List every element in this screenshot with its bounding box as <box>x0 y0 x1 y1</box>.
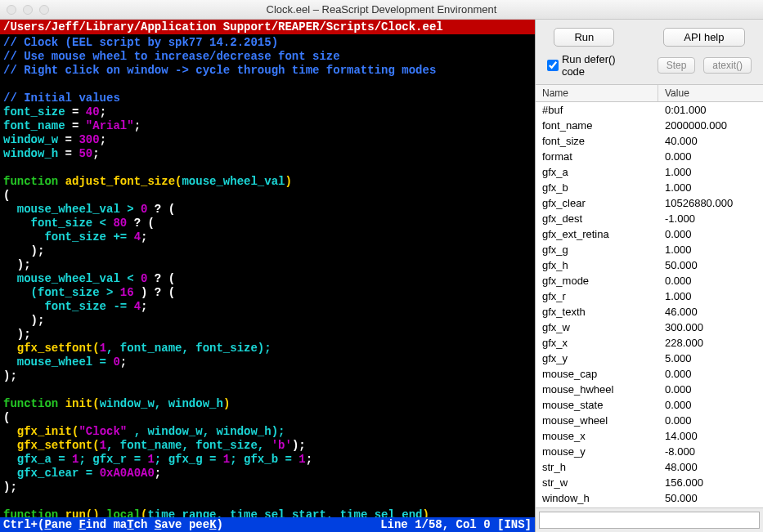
editor-pane: /Users/Jeff/Library/Application Support/… <box>0 20 535 532</box>
variable-name: mouse_hwheel <box>536 382 658 396</box>
variable-value: -8.000 <box>658 445 763 458</box>
variable-name: str_w <box>536 476 658 490</box>
variable-row[interactable]: gfx_g1.000 <box>536 242 763 257</box>
variable-row[interactable]: mouse_state0.000 <box>536 397 763 413</box>
variable-name: gfx_ext_retina <box>536 227 658 241</box>
variable-row[interactable]: gfx_r1.000 <box>536 288 763 304</box>
column-name-header[interactable]: Name <box>536 85 658 101</box>
variable-value: 1.000 <box>658 165 763 179</box>
variable-value: 5.000 <box>658 351 763 365</box>
watch-input[interactable] <box>539 512 760 529</box>
variable-value: 228.000 <box>658 336 763 350</box>
variable-name: mouse_cap <box>536 367 658 381</box>
variable-row[interactable]: gfx_h50.000 <box>536 257 763 273</box>
variable-value: 14.000 <box>658 429 763 443</box>
editor-status-bar: Ctrl+(Pane Find maTch Save peeK) Line 1/… <box>0 517 535 532</box>
atexit-button[interactable]: atexit() <box>703 57 752 74</box>
variable-name: #buf <box>536 103 658 117</box>
variable-row[interactable]: gfx_mode0.000 <box>536 273 763 288</box>
variable-value: 0.000 <box>658 382 763 396</box>
variable-row[interactable]: #buf0:01.000 <box>536 102 763 118</box>
status-cursor-info: Line 1/58, Col 0 [INS] <box>380 518 532 531</box>
variable-name: gfx_dest <box>536 212 658 226</box>
variable-name: gfx_b <box>536 181 658 194</box>
variable-name: gfx_h <box>536 258 658 272</box>
window-title: Clock.eel – ReaScript Development Enviro… <box>267 3 497 16</box>
variable-value: 50.000 <box>658 491 763 505</box>
variable-row[interactable]: gfx_w300.000 <box>536 320 763 335</box>
variable-value: 48.000 <box>658 460 763 474</box>
variable-row[interactable]: mouse_wheel0.000 <box>536 413 763 428</box>
variable-value: 156.000 <box>658 476 763 490</box>
variable-row[interactable]: gfx_b1.000 <box>536 180 763 195</box>
variable-row[interactable]: gfx_dest-1.000 <box>536 211 763 226</box>
step-button[interactable]: Step <box>658 57 696 74</box>
variable-value: 0.000 <box>658 367 763 381</box>
code-editor[interactable]: // Clock (EEL script by spk77 14.2.2015)… <box>0 34 535 517</box>
variable-row[interactable]: gfx_clear10526880.000 <box>536 195 763 211</box>
variable-value: 1.000 <box>658 181 763 194</box>
run-defer-checkbox[interactable]: Run defer() code <box>547 53 641 78</box>
variable-list[interactable]: #buf0:01.000font_name2000000.000font_siz… <box>536 102 763 507</box>
variable-name: mouse_wheel <box>536 414 658 427</box>
variable-row[interactable]: mouse_y-8.000 <box>536 444 763 459</box>
variable-row[interactable]: str_h48.000 <box>536 459 763 475</box>
variable-name: format <box>536 150 658 163</box>
variable-row[interactable]: gfx_texth46.000 <box>536 304 763 320</box>
variable-row[interactable]: format0.000 <box>536 149 763 164</box>
variable-name: mouse_x <box>536 429 658 443</box>
variable-row[interactable]: mouse_cap0.000 <box>536 366 763 382</box>
variable-list-header: Name Value <box>536 84 763 102</box>
variable-row[interactable]: str_w156.000 <box>536 475 763 490</box>
variable-name: gfx_mode <box>536 274 658 288</box>
variable-name: gfx_x <box>536 336 658 350</box>
variable-row[interactable]: font_size40.000 <box>536 133 763 149</box>
variable-value: 0.000 <box>658 414 763 427</box>
run-button[interactable]: Run <box>554 28 614 47</box>
run-defer-checkbox-input[interactable] <box>547 60 559 71</box>
variable-name: gfx_a <box>536 165 658 179</box>
window-controls <box>0 5 49 15</box>
column-value-header[interactable]: Value <box>658 85 763 101</box>
variable-value: 0.000 <box>658 274 763 288</box>
variable-row[interactable]: window_h50.000 <box>536 490 763 506</box>
variable-value: 50.000 <box>658 258 763 272</box>
variable-name: gfx_r <box>536 289 658 303</box>
variable-value: 1.000 <box>658 289 763 303</box>
variable-value: 0.000 <box>658 227 763 241</box>
side-panel: Run API help Run defer() code Step atexi… <box>535 20 763 532</box>
status-left: Ctrl+(Pane Find maTch Save peeK) <box>3 518 223 531</box>
api-help-button[interactable]: API help <box>663 28 744 47</box>
variable-name: str_h <box>536 460 658 474</box>
variable-row[interactable]: gfx_a1.000 <box>536 164 763 180</box>
variable-name: gfx_texth <box>536 305 658 319</box>
variable-name: gfx_g <box>536 243 658 257</box>
close-window-button[interactable] <box>7 5 16 15</box>
variable-row[interactable]: mouse_hwheel0.000 <box>536 382 763 397</box>
minimize-window-button[interactable] <box>23 5 33 15</box>
variable-row[interactable]: gfx_ext_retina0.000 <box>536 226 763 242</box>
variable-name: gfx_w <box>536 320 658 334</box>
variable-name: window_h <box>536 491 658 505</box>
variable-row[interactable]: gfx_y5.000 <box>536 351 763 366</box>
variable-value: 300.000 <box>658 320 763 334</box>
variable-row[interactable]: font_name2000000.000 <box>536 118 763 133</box>
variable-name: font_name <box>536 118 658 132</box>
variable-value: -1.000 <box>658 212 763 226</box>
variable-value: 10526880.000 <box>658 196 763 210</box>
variable-name: mouse_y <box>536 445 658 458</box>
variable-value: 0:01.000 <box>658 103 763 117</box>
variable-value: 0.000 <box>658 150 763 163</box>
variable-value: 2000000.000 <box>658 118 763 132</box>
variable-value: 0.000 <box>658 398 763 412</box>
zoom-window-button[interactable] <box>39 5 49 15</box>
variable-value: 1.000 <box>658 243 763 257</box>
variable-value: 46.000 <box>658 305 763 319</box>
variable-name: font_size <box>536 134 658 148</box>
variable-name: gfx_y <box>536 351 658 365</box>
variable-row[interactable]: gfx_x228.000 <box>536 335 763 351</box>
variable-row[interactable]: mouse_x14.000 <box>536 428 763 444</box>
variable-name: gfx_clear <box>536 196 658 210</box>
file-path-bar: /Users/Jeff/Library/Application Support/… <box>0 20 535 34</box>
variable-name: mouse_state <box>536 398 658 412</box>
